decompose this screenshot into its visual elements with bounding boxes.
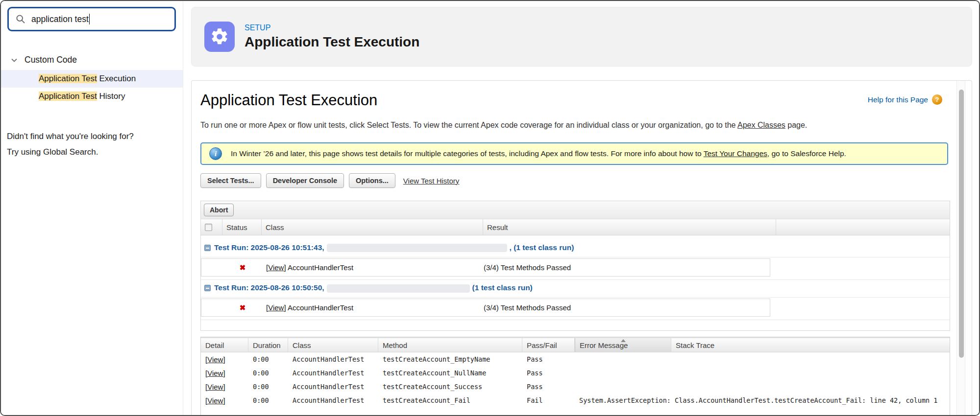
banner-text: In Winter ’26 and later, this page shows… bbox=[231, 149, 846, 158]
apex-classes-link[interactable]: Apex Classes bbox=[737, 121, 785, 129]
view-link[interactable]: [View] bbox=[205, 355, 225, 364]
view-link-label: View bbox=[207, 369, 223, 377]
fail-status-icon: ✖ bbox=[223, 303, 262, 312]
bracket: ] bbox=[223, 383, 225, 391]
developer-console-button[interactable]: Developer Console bbox=[266, 173, 344, 188]
abort-button[interactable]: Abort bbox=[204, 204, 234, 216]
class-cell: AccountHandlerTest bbox=[288, 355, 378, 363]
setup-search-input[interactable]: application test bbox=[7, 7, 176, 31]
column-header-method[interactable]: Method bbox=[378, 338, 522, 352]
column-header-duration[interactable]: Duration bbox=[248, 338, 288, 352]
item-label-rest: Execution bbox=[97, 74, 136, 83]
duration-cell: 0:00 bbox=[248, 369, 288, 377]
passfail-cell: Pass bbox=[522, 355, 575, 363]
view-link-label: View bbox=[207, 396, 223, 405]
test-method-row: [View] 0:00 AccountHandlerTest testCreat… bbox=[201, 352, 950, 366]
row-divider bbox=[201, 257, 950, 257]
view-link[interactable]: [View] bbox=[205, 383, 225, 391]
test-details-table: Detail Duration Class Method Pass/Fail E… bbox=[200, 337, 950, 415]
help-question-icon[interactable]: ? bbox=[932, 94, 942, 105]
search-icon bbox=[16, 14, 25, 24]
collapse-icon[interactable] bbox=[204, 285, 211, 291]
test-class-row: ✖ [View] AccountHandlerTest (3/4) Test M… bbox=[201, 299, 770, 317]
chevron-down-icon bbox=[11, 57, 18, 64]
detail-cell: [View] bbox=[201, 396, 248, 405]
bracket: ] bbox=[284, 263, 286, 272]
class-cell: AccountHandlerTest bbox=[288, 369, 378, 377]
content-panel: Application Test Execution Help for this… bbox=[191, 80, 972, 415]
method-cell: testCreateAccount_Success bbox=[378, 383, 522, 391]
class-cell: [View] AccountHandlerTest bbox=[262, 263, 484, 272]
method-cell: testCreateAccount_NullName bbox=[378, 369, 522, 377]
runs-toolbar: Abort bbox=[201, 201, 950, 219]
scrollbar-thumb[interactable] bbox=[959, 90, 964, 358]
search-input-value: application test bbox=[31, 14, 89, 24]
view-link[interactable]: [View] bbox=[205, 396, 225, 405]
column-header-class[interactable]: Class bbox=[288, 338, 378, 352]
class-cell: AccountHandlerTest bbox=[288, 396, 378, 404]
select-all-checkbox[interactable] bbox=[205, 224, 212, 231]
help-link-label[interactable]: Help for this Page bbox=[868, 95, 928, 104]
details-table-header: Detail Duration Class Method Pass/Fail E… bbox=[201, 337, 950, 352]
test-method-row: [View] 0:00 AccountHandlerTest testCreat… bbox=[201, 380, 950, 393]
test-run-group-row[interactable]: Test Run: 2025-08-26 10:51:43,, (1 test … bbox=[201, 239, 950, 256]
setup-page-header: SETUP Application Test Execution bbox=[191, 7, 972, 67]
column-header-stack-trace[interactable]: Stack Trace bbox=[671, 338, 950, 352]
row-divider bbox=[201, 297, 950, 298]
intro-text: To run one or more Apex or flow unit tes… bbox=[200, 121, 737, 129]
test-run-timestamp: Test Run: 2025-08-26 10:50:50, bbox=[214, 283, 324, 292]
column-header-class[interactable]: Class bbox=[262, 219, 483, 235]
column-header-error-message[interactable]: Error Message bbox=[575, 338, 671, 352]
collapse-icon[interactable] bbox=[204, 245, 211, 251]
details-table-footer bbox=[201, 407, 950, 415]
intro-paragraph: To run one or more Apex or flow unit tes… bbox=[200, 121, 950, 130]
not-found-line2: Try using Global Search. bbox=[7, 144, 183, 160]
test-runs-table: Abort Status Class Result Test Run: 2025… bbox=[200, 201, 950, 331]
help-for-this-page[interactable]: Help for this Page ? bbox=[868, 94, 942, 105]
view-test-history-link[interactable]: View Test History bbox=[403, 177, 460, 185]
passfail-cell: Pass bbox=[522, 383, 575, 391]
info-banner: i In Winter ’26 and later, this page sho… bbox=[200, 142, 948, 165]
select-tests-button[interactable]: Select Tests... bbox=[200, 173, 261, 188]
column-header-passfail[interactable]: Pass/Fail bbox=[522, 338, 575, 352]
view-link-label: View bbox=[268, 263, 284, 272]
detail-cell: [View] bbox=[201, 369, 248, 377]
bracket: ] bbox=[223, 369, 225, 377]
passfail-cell: Pass bbox=[522, 369, 575, 377]
search-match-highlight: Application Test bbox=[39, 92, 97, 101]
sidebar-item-application-test-execution[interactable]: Application Test Execution bbox=[1, 70, 183, 88]
test-method-row: [View] 0:00 AccountHandlerTest testCreat… bbox=[201, 393, 950, 407]
test-your-changes-link[interactable]: Test Your Changes bbox=[704, 149, 767, 158]
redacted-user-info bbox=[327, 244, 507, 252]
column-header-result[interactable]: Result bbox=[483, 219, 776, 235]
options-button[interactable]: Options... bbox=[349, 173, 395, 188]
main-area: SETUP Application Test Execution Applica… bbox=[183, 1, 979, 415]
bracket: ] bbox=[284, 303, 286, 312]
column-header-detail[interactable]: Detail bbox=[201, 338, 248, 352]
info-icon: i bbox=[209, 147, 222, 160]
banner-text-after: , go to Salesforce Help. bbox=[767, 149, 846, 158]
test-run-group-row[interactable]: Test Run: 2025-08-26 10:50:50,(1 test cl… bbox=[201, 279, 950, 296]
vertical-scrollbar[interactable] bbox=[956, 81, 965, 415]
test-run-label: Test Run: 2025-08-26 10:50:50,(1 test cl… bbox=[214, 283, 533, 292]
column-header-status[interactable]: Status bbox=[222, 219, 262, 235]
view-link[interactable]: [View] bbox=[266, 303, 286, 312]
fail-status-icon: ✖ bbox=[223, 263, 262, 272]
view-link-label: View bbox=[207, 383, 223, 391]
test-class-row: ✖ [View] AccountHandlerTest (3/4) Test M… bbox=[201, 258, 770, 277]
sort-ascending-icon bbox=[621, 339, 626, 342]
sidebar-section-custom-code[interactable]: Custom Code bbox=[11, 55, 183, 65]
runs-table-footer bbox=[201, 320, 950, 330]
column-header-empty bbox=[776, 219, 950, 235]
search-match-highlight: Application Test bbox=[39, 74, 97, 83]
not-found-line1: Didn't find what you're looking for? bbox=[7, 129, 183, 144]
view-link[interactable]: [View] bbox=[266, 263, 286, 272]
view-link[interactable]: [View] bbox=[205, 369, 225, 377]
setup-eyebrow: SETUP bbox=[245, 23, 419, 32]
passfail-cell: Fail bbox=[522, 396, 575, 404]
view-link-label: View bbox=[268, 303, 284, 312]
view-link-label: View bbox=[207, 355, 223, 364]
sidebar-item-application-test-history[interactable]: Application Test History bbox=[1, 88, 183, 105]
duration-cell: 0:00 bbox=[248, 396, 288, 404]
bracket: ] bbox=[223, 396, 225, 405]
